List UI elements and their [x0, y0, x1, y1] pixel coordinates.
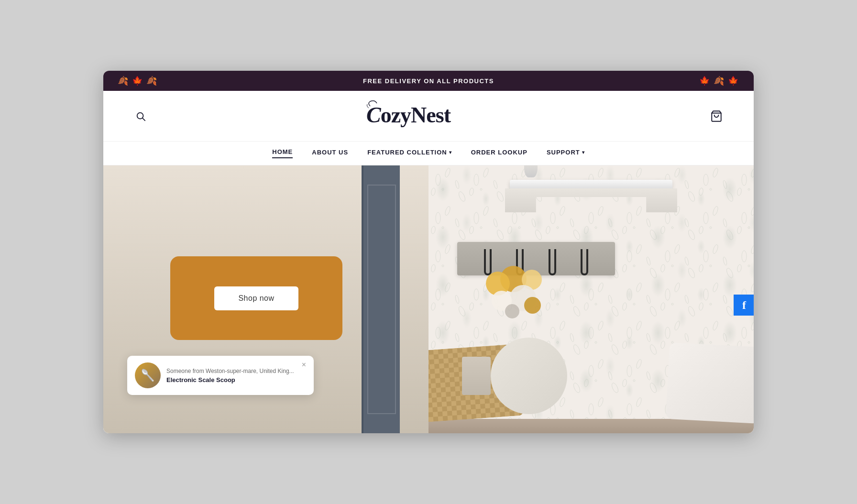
wall-shelf	[452, 180, 730, 212]
vase-body	[524, 165, 538, 177]
site-logo[interactable]: CozyNest	[366, 99, 491, 132]
nav-item-collection[interactable]: FEATURED COLLETION ▾	[367, 146, 452, 158]
bench-seat	[428, 419, 754, 433]
svg-line-1	[143, 118, 145, 121]
nav-item-about[interactable]: ABOUT US	[312, 146, 348, 158]
hook-4	[581, 249, 588, 275]
collection-dropdown-chevron: ▾	[449, 150, 452, 155]
shelf-top	[510, 180, 672, 188]
door-frame	[362, 165, 400, 433]
search-button[interactable]	[132, 108, 149, 125]
bench-area	[428, 328, 754, 433]
pillow-round	[491, 338, 567, 414]
leaf-decor-left: 🍂 🍁 🍂	[118, 71, 158, 91]
hero-right-panel: f	[428, 165, 754, 433]
header: CozyNest	[103, 91, 754, 142]
notification-close-button[interactable]: ×	[302, 361, 306, 369]
search-icon	[135, 111, 146, 121]
browser-window: 🍂 🍁 🍂 FREE DELIVERY ON ALL PRODUCTS 🍁 🍂 …	[103, 71, 754, 433]
chair-back	[462, 357, 491, 395]
shop-now-button[interactable]: Shop now	[214, 286, 298, 310]
pillow-white	[666, 342, 754, 424]
nav-item-home[interactable]: HOME	[272, 146, 293, 158]
shop-now-card: Shop now	[170, 256, 342, 340]
logo-svg: CozyNest	[366, 99, 491, 128]
decorative-vase	[524, 165, 538, 177]
support-dropdown-chevron: ▾	[582, 150, 585, 155]
notification-location: Someone from Weston-super-mare, United K…	[166, 368, 296, 374]
notification-avatar: 🥄	[135, 362, 161, 388]
facebook-button[interactable]: f	[734, 295, 754, 316]
flower-7	[505, 304, 519, 318]
leaf-decor-right: 🍁 🍂 🍁	[699, 71, 739, 91]
announcement-text: FREE DELIVERY ON ALL PRODUCTS	[363, 77, 494, 85]
flower-6	[524, 297, 541, 314]
nav-item-order-lookup[interactable]: ORDER LOOKUP	[471, 146, 527, 158]
notification-content: Someone from Weston-super-mare, United K…	[166, 368, 296, 383]
flower-wreath	[486, 266, 553, 333]
svg-text:CozyNest: CozyNest	[366, 103, 451, 127]
hero-left-panel: Shop now 🥄 Someone from Weston-super-mar…	[103, 165, 428, 433]
hero-section: Shop now 🥄 Someone from Weston-super-mar…	[103, 165, 754, 433]
cart-icon	[710, 110, 723, 122]
cart-button[interactable]	[708, 108, 725, 125]
shelf-bracket	[505, 188, 677, 212]
notification-product-name: Electronic Scale Scoop	[166, 376, 296, 383]
main-nav: HOME ABOUT US FEATURED COLLETION ▾ ORDER…	[103, 142, 754, 165]
notification-popup: 🥄 Someone from Weston-super-mare, United…	[127, 356, 314, 395]
nav-item-support[interactable]: SUPPORT ▾	[547, 146, 585, 158]
announcement-bar: 🍂 🍁 🍂 FREE DELIVERY ON ALL PRODUCTS 🍁 🍂 …	[103, 71, 754, 91]
header-left-icons	[132, 108, 149, 125]
